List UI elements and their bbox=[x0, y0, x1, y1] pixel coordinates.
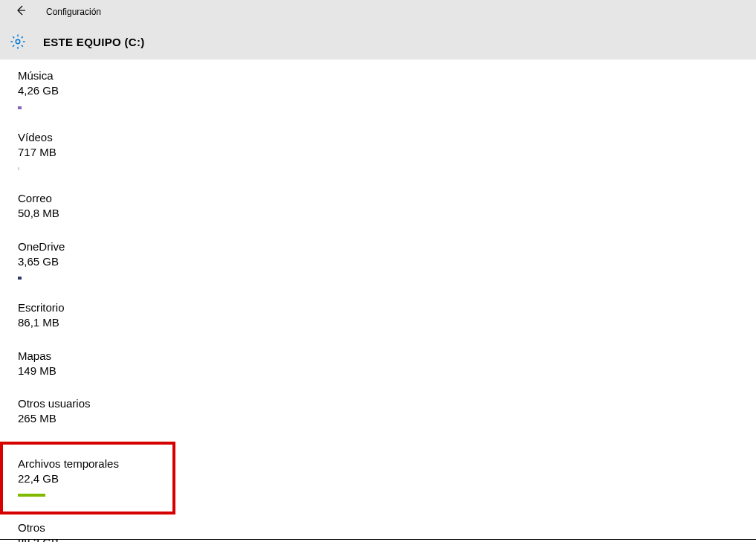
storage-item-onedrive[interactable]: OneDrive3,65 GB bbox=[18, 239, 756, 283]
storage-bar bbox=[18, 106, 22, 109]
storage-item-size: 149 MB bbox=[18, 364, 756, 378]
settings-label: Configuración bbox=[46, 7, 101, 17]
storage-item-size: 4,26 GB bbox=[18, 83, 756, 98]
storage-item-otros-usuarios[interactable]: Otros usuarios265 MB bbox=[18, 396, 756, 427]
storage-item-size: 717 MB bbox=[18, 145, 756, 160]
storage-bar bbox=[18, 494, 45, 497]
storage-item-música[interactable]: Música4,26 GB bbox=[18, 68, 756, 112]
storage-item-correo[interactable]: Correo50,8 MB bbox=[18, 191, 756, 222]
storage-item-size: 265 MB bbox=[18, 411, 756, 426]
storage-item-mapas[interactable]: Mapas149 MB bbox=[18, 349, 756, 379]
storage-item-name: Vídeos bbox=[18, 130, 756, 145]
storage-item-name: OneDrive bbox=[18, 239, 756, 254]
storage-item-name: Escritorio bbox=[18, 300, 756, 315]
svg-point-0 bbox=[16, 39, 20, 44]
storage-item-archivos-temporales[interactable]: Archivos temporales22,4 GB bbox=[0, 442, 175, 515]
storage-item-size: 3,65 GB bbox=[18, 254, 756, 269]
storage-item-escritorio[interactable]: Escritorio86,1 MB bbox=[18, 300, 756, 331]
back-button[interactable] bbox=[12, 3, 30, 21]
header-top: Configuración bbox=[0, 0, 756, 24]
page-title: ESTE EQUIPO (C:) bbox=[43, 36, 144, 48]
header-bottom: ESTE EQUIPO (C:) bbox=[0, 24, 756, 59]
storage-item-name: Otros usuarios bbox=[18, 396, 756, 411]
storage-item-size: 50,8 MB bbox=[18, 206, 756, 221]
gear-icon bbox=[9, 33, 27, 51]
storage-list: Música4,26 GBVídeos717 MBCorreo50,8 MBOn… bbox=[0, 59, 756, 542]
storage-item-size: 86,1 MB bbox=[18, 315, 756, 330]
storage-bar bbox=[18, 167, 19, 170]
storage-item-vídeos[interactable]: Vídeos717 MB bbox=[18, 130, 756, 174]
bottom-divider bbox=[0, 539, 756, 540]
arrow-left-icon bbox=[15, 4, 27, 19]
storage-item-name: Música bbox=[18, 68, 756, 83]
storage-item-name: Otros bbox=[18, 520, 756, 535]
storage-item-name: Mapas bbox=[18, 349, 756, 364]
storage-item-name: Correo bbox=[18, 191, 756, 206]
header: Configuración ESTE EQUIPO (C:) bbox=[0, 0, 756, 59]
storage-item-size: 22,4 GB bbox=[18, 471, 164, 486]
storage-bar bbox=[18, 277, 22, 280]
storage-item-name: Archivos temporales bbox=[18, 456, 164, 471]
